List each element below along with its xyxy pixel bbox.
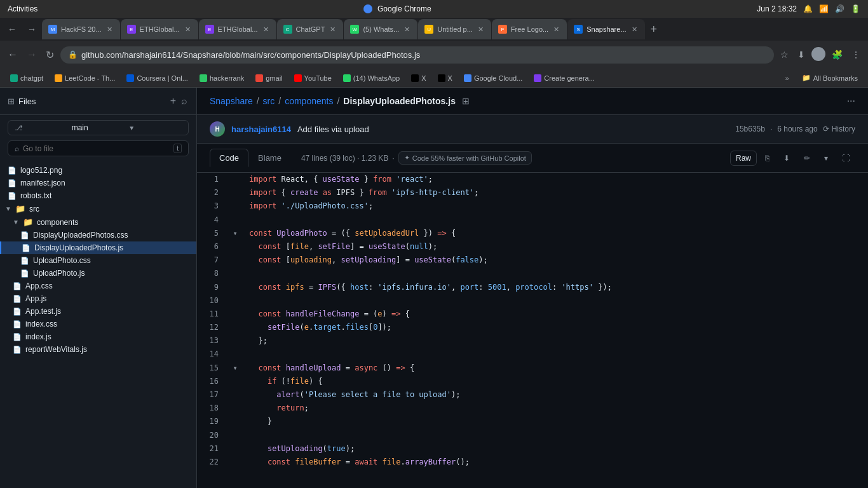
tree-item-src[interactable]: ▼ 📁 src [0, 202, 196, 215]
url-text: github.com/harshajain6114/Snapshare/blob… [81, 50, 766, 60]
copy-raw-button[interactable]: ⎘ [759, 151, 775, 166]
fullscreen-button[interactable]: ⛶ [836, 151, 855, 166]
folder-icon: 📁 [15, 204, 25, 214]
forward-button[interactable]: → [24, 46, 39, 63]
tab-freelogo[interactable]: F Free Logo... ✕ [492, 19, 567, 39]
tab-back-btn[interactable]: ← [3, 20, 22, 38]
file-more-button[interactable]: ··· [847, 95, 855, 107]
tab-chatgpt[interactable]: C ChatGPT ✕ [277, 19, 344, 39]
sidebar-toggle-button[interactable]: ⊞ Files [8, 97, 36, 106]
search-file-button[interactable]: ⌕ [180, 94, 189, 108]
tree-item-uploadjs[interactable]: 📄 UploadPhoto.js [0, 267, 196, 280]
bookmark-x2[interactable]: X [433, 73, 458, 83]
tab-close-ethglobal1[interactable]: ✕ [184, 24, 192, 35]
new-tab-button[interactable]: + [646, 20, 663, 39]
branch-selector[interactable]: ⎇ main ▼ [8, 120, 189, 135]
tree-label: logo512.png [20, 166, 62, 175]
tab-title-freelogo: Free Logo... [511, 25, 548, 33]
fold-indicator [229, 267, 241, 280]
profile-button[interactable] [811, 47, 825, 61]
bookmark-label-creategener: Create genera... [544, 74, 595, 82]
bookmark-hackerrank[interactable]: hackerrank [194, 73, 249, 83]
tree-item-apptest[interactable]: 📄 App.test.js [0, 305, 196, 318]
commit-hash: 15b635b [735, 125, 765, 133]
edit-more-button[interactable]: ▾ [818, 151, 834, 166]
bookmark-creategener[interactable]: Create genera... [529, 73, 600, 83]
tab-whatsapp[interactable]: W (5) Whats... ✕ [344, 19, 417, 39]
breadcrumb-components[interactable]: components [285, 96, 333, 106]
fold-indicator[interactable]: ▾ [229, 362, 241, 375]
raw-button[interactable]: Raw [730, 151, 757, 166]
bookmark-googlecloud[interactable]: Google Cloud... [459, 73, 527, 83]
breadcrumb-repo[interactable]: Snapshare [210, 96, 253, 106]
tree-item-appcss[interactable]: 📄 App.css [0, 280, 196, 292]
tab-close-untitled[interactable]: ✕ [477, 24, 485, 35]
tab-ethglobal1[interactable]: E ETHGlobal... ✕ [121, 19, 198, 39]
bookmark-gmail[interactable]: gmail [250, 73, 287, 83]
notification-icon[interactable]: 🔔 [803, 4, 813, 13]
code-line-22: 22 const fileBuffer = await file.arrayBu… [197, 456, 868, 469]
tree-item-logo512[interactable]: 📄 logo512.png [0, 164, 196, 177]
bookmark-whatsapp14[interactable]: (14) WhatsApp [338, 73, 405, 83]
bookmark-youtube[interactable]: YouTube [289, 73, 337, 83]
commit-author[interactable]: harshajain6114 [231, 125, 291, 134]
url-bar[interactable]: 🔒 github.com/harshajain6114/Snapshare/bl… [60, 46, 774, 64]
download-button[interactable]: ⬇ [795, 47, 808, 62]
breadcrumb-src[interactable]: src [263, 96, 275, 106]
reload-button[interactable]: ↻ [43, 46, 57, 64]
tab-untitled[interactable]: U Untitled p... ✕ [418, 19, 491, 39]
all-bookmarks[interactable]: 📁 All Bookmarks [797, 72, 863, 83]
tree-item-displaycss[interactable]: 📄 DisplayUploadedPhotos.css [0, 229, 196, 241]
search-bar[interactable]: ⌕ t [8, 140, 189, 156]
bookmark-coursera[interactable]: Coursera | Onl... [121, 73, 193, 83]
tree-item-indexcss[interactable]: 📄 index.css [0, 318, 196, 330]
tree-item-robots[interactable]: 📄 robots.txt [0, 189, 196, 202]
chevron-down-icon: ▼ [5, 205, 11, 212]
more-options-button[interactable]: ⋮ [849, 47, 863, 62]
tab-close-ethglobal2[interactable]: ✕ [262, 24, 270, 35]
file-path-header: Snapshare / src / components / DisplayUp… [197, 88, 868, 115]
tree-item-components[interactable]: ▼ 📁 components [0, 215, 196, 229]
tree-item-appjs[interactable]: 📄 App.js [0, 292, 196, 305]
tree-item-displayjs[interactable]: 📄 DisplayUploadedPhotos.js [0, 241, 196, 254]
tab-hackfs[interactable]: M HackFS 20... ✕ [42, 19, 120, 39]
tab-close-whatsapp[interactable]: ✕ [403, 24, 411, 35]
tree-item-manifest[interactable]: 📄 manifest.json [0, 177, 196, 189]
tab-close-freelogo[interactable]: ✕ [552, 24, 560, 35]
history-button[interactable]: ⟳ History [823, 125, 855, 133]
search-input[interactable] [23, 144, 170, 153]
tab-forward-btn[interactable]: → [22, 20, 41, 38]
back-button[interactable]: ← [5, 46, 20, 63]
fold-indicator [229, 240, 241, 254]
battery-icon: 🔋 [851, 4, 860, 13]
tree-item-reportwebvitals[interactable]: 📄 reportWebVitals.js [0, 343, 196, 356]
bookmark-x1[interactable]: X [406, 73, 431, 83]
fold-indicator[interactable]: ▾ [229, 227, 241, 240]
tab-close-snapshare[interactable]: ✕ [630, 24, 639, 35]
tree-item-indexjs[interactable]: 📄 index.js [0, 330, 196, 343]
tab-code[interactable]: Code [210, 149, 248, 167]
code-line-3: 3 import './UploadPhoto.css'; [197, 200, 868, 213]
bm-favicon-gmail [255, 74, 263, 82]
edit-button[interactable]: ✏ [798, 151, 816, 166]
copilot-badge[interactable]: ✦ Code 55% faster with GitHub Copilot [398, 151, 532, 165]
extensions-button[interactable]: 🧩 [829, 47, 845, 62]
download-raw-button[interactable]: ⬇ [778, 151, 796, 166]
activities-label[interactable]: Activities [8, 4, 37, 13]
tab-close-chatgpt[interactable]: ✕ [329, 24, 337, 35]
bookmarks-more-button[interactable]: » [782, 73, 793, 83]
tab-ethglobal2[interactable]: E ETHGlobal... ✕ [199, 19, 276, 39]
tab-close-hackfs[interactable]: ✕ [105, 24, 114, 35]
bm-favicon-x1 [411, 74, 419, 82]
tree-label: UploadPhoto.css [33, 256, 91, 265]
tree-item-uploadcss[interactable]: 📄 UploadPhoto.css [0, 254, 196, 267]
bookmark-chatgpt[interactable]: chatgpt [5, 73, 48, 83]
commit-time: 6 hours ago [777, 125, 817, 133]
add-file-button[interactable]: + [169, 94, 177, 108]
bookmark-star-button[interactable]: ☆ [778, 47, 791, 62]
copy-path-button[interactable]: ⊞ [462, 96, 470, 106]
code-line-10: 10 [197, 294, 868, 308]
tab-blame[interactable]: Blame [248, 149, 291, 167]
bookmark-leetcode[interactable]: LeetCode - Th... [50, 73, 120, 83]
tab-snapshare[interactable]: S Snapshare... ✕ [567, 19, 644, 39]
